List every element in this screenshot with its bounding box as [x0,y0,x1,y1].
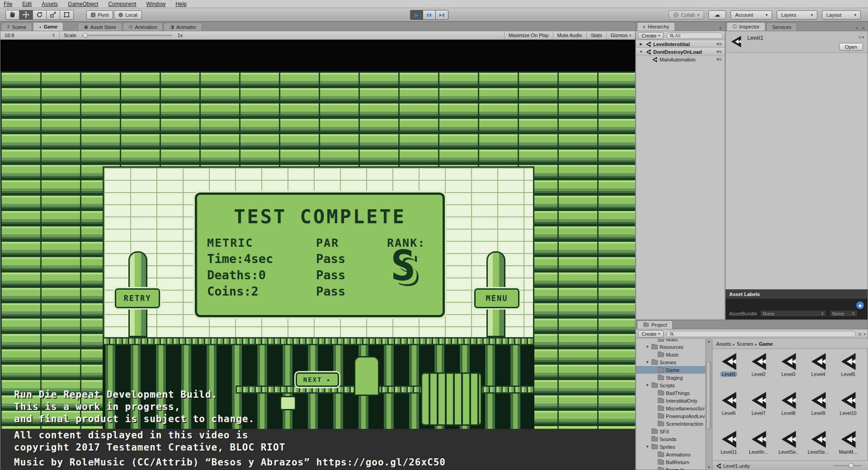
tab-project[interactable]: Project [637,320,673,329]
gizmos-dropdown[interactable]: Gizmos ▾ [606,31,635,39]
panel-menu-icon[interactable]: ≡ [717,25,725,31]
expander-icon[interactable]: ▼ [639,50,643,54]
breadcrumb-item[interactable]: Assets [716,341,735,347]
folder-row[interactable]: ▼ Sprites [636,443,712,451]
panel-menu-icon[interactable]: ≡ [859,25,868,31]
pause-button[interactable]: ▮▮ [423,10,436,20]
hierarchy-search-input[interactable]: All [666,33,723,39]
folder-row[interactable]: ▼ Scenes [636,358,712,366]
rect-tool-button[interactable] [60,10,74,20]
layers-dropdown[interactable]: Layers ▾ [777,10,817,19]
asset-item[interactable]: Level5 [834,352,863,387]
expander-icon[interactable]: ▼ [645,383,650,387]
tab-scene[interactable]: #Scene [1,23,32,31]
folder-row[interactable]: PowerupsAndLev [636,412,712,420]
menu-item[interactable]: Help [175,1,187,7]
folder-row[interactable]: SFX [636,428,712,435]
layout-dropdown[interactable]: Layout ▾ [822,10,861,19]
folder-row[interactable]: ▼ Resources [636,343,712,351]
asset-item[interactable]: Level9 [804,390,833,426]
tab-animator[interactable]: ◨Animator [164,23,202,31]
asset-item[interactable]: LevelSe.. [774,429,803,465]
tab-inspector[interactable]: ⓘ Inspector [726,22,765,31]
menu-button[interactable]: MENU [474,288,519,308]
asset-item[interactable]: LevelSe... [804,429,833,465]
zoom-slider-knob[interactable] [849,463,854,468]
scroll-down-icon[interactable]: ▼ [707,465,711,470]
menu-item[interactable]: File [4,1,12,7]
tab-asset-store[interactable]: ▣Asset Store [78,23,122,31]
row-menu-icon[interactable]: ▾≡ [717,49,725,55]
scale-slider-knob[interactable] [83,33,88,38]
column-settings-icon[interactable]: ≡ [859,331,861,337]
folder-row[interactable]: SceneInteraction [636,420,712,428]
collab-button[interactable]: ✓ Collab ▾ [669,10,704,19]
assetbundle-dropdown[interactable]: None ⇕ [760,310,827,317]
open-button[interactable]: Open [839,43,863,51]
hierarchy-row[interactable]: MainAutomation ▾≡ [636,56,725,63]
expander-icon[interactable]: ▼ [645,360,650,364]
local-toggle[interactable]: Local [114,10,142,19]
gamebar-option-button[interactable]: Stats [586,31,606,39]
folder-row[interactable]: BallReturn [636,458,712,466]
breadcrumb-item[interactable]: Game [759,341,775,347]
thumbnail-zoom-slider[interactable] [833,465,862,466]
asset-item[interactable]: LevelIn... [744,429,773,465]
next-button[interactable]: NEXT ▸ [296,372,339,387]
folder-row[interactable]: InterstitialOnly [636,397,712,404]
row-menu-icon[interactable]: ▾≡ [717,41,725,47]
expander-icon[interactable]: ▶ [639,42,643,46]
gear-icon[interactable]: ☼▾ [858,34,864,39]
folder-row[interactable]: MiscellaneousScr [636,404,712,412]
folder-row[interactable]: BadThings [636,389,712,397]
folder-row[interactable]: ▼ Scripts [636,381,712,389]
rotate-tool-button[interactable] [33,10,47,20]
asset-item[interactable]: Level1 [714,352,743,387]
gamebar-option-button[interactable]: Maximize On Play [504,31,553,39]
menu-item[interactable]: Component [108,1,136,7]
asset-item[interactable]: Level10 [834,390,863,426]
gamebar-option-button[interactable]: Mute Audio [553,31,586,39]
asset-item[interactable]: Level8 [774,390,803,426]
asset-item[interactable]: Level3 [774,352,803,387]
row-menu-icon[interactable]: ▾≡ [717,56,725,62]
tab-hierarchy[interactable]: ≡ Hierarchy [637,22,675,31]
asset-item[interactable]: Level6 [714,390,743,426]
folder-row[interactable]: Game [636,366,712,374]
scale-slider[interactable] [82,35,172,36]
cloud-button[interactable]: ☁ [708,10,726,19]
assetbundle-variant-dropdown[interactable]: None ⇕ [830,310,858,317]
tab-game[interactable]: ◖Game [33,22,64,31]
project-create-dropdown[interactable]: Create ▾ [638,330,664,338]
asset-item[interactable]: MainM... [834,429,863,465]
asset-item[interactable]: Level11 [714,429,743,465]
expander-icon[interactable]: ▼ [645,445,650,449]
asset-item[interactable]: Level2 [744,352,773,387]
folder-row[interactable]: Sounds [636,435,712,443]
tree-scrollbar[interactable]: ▲ ▼ [705,339,712,470]
asset-item[interactable]: Level4 [804,352,833,387]
tag-icon[interactable]: ◆ [856,301,864,309]
aspect-dropdown[interactable]: 16:9 ⇕ [0,31,59,39]
scrollbar-thumb[interactable] [707,362,711,429]
folder-row[interactable]: Music [636,351,712,358]
move-tool-button[interactable] [19,10,33,20]
scale-tool-button[interactable] [46,10,60,20]
tab-services[interactable]: Services [766,23,797,31]
account-dropdown[interactable]: Account ▾ [731,10,772,19]
folder-row[interactable]: Walls [636,339,712,343]
retry-button[interactable]: RETRY [115,288,160,308]
menu-item[interactable]: Edit [22,1,32,7]
menu-item[interactable]: Assets [42,1,58,7]
lock-icon[interactable]: ▪ [864,331,866,337]
hierarchy-row[interactable]: ▶ LevelInterstitial ▾≡ [636,40,725,48]
pivot-toggle[interactable]: Pivot [86,10,113,19]
scroll-up-icon[interactable]: ▲ [707,339,711,343]
tab-animation[interactable]: ◷Animation [123,23,163,31]
hierarchy-create-dropdown[interactable]: Create ▾ [638,32,664,39]
lock-icon[interactable]: ▪ [855,25,859,31]
asset-item[interactable]: Level7 [744,390,773,426]
breadcrumb-item[interactable]: Scenes [737,341,757,347]
hand-tool-button[interactable] [5,10,19,20]
step-button[interactable]: ▶▮ [435,10,448,20]
